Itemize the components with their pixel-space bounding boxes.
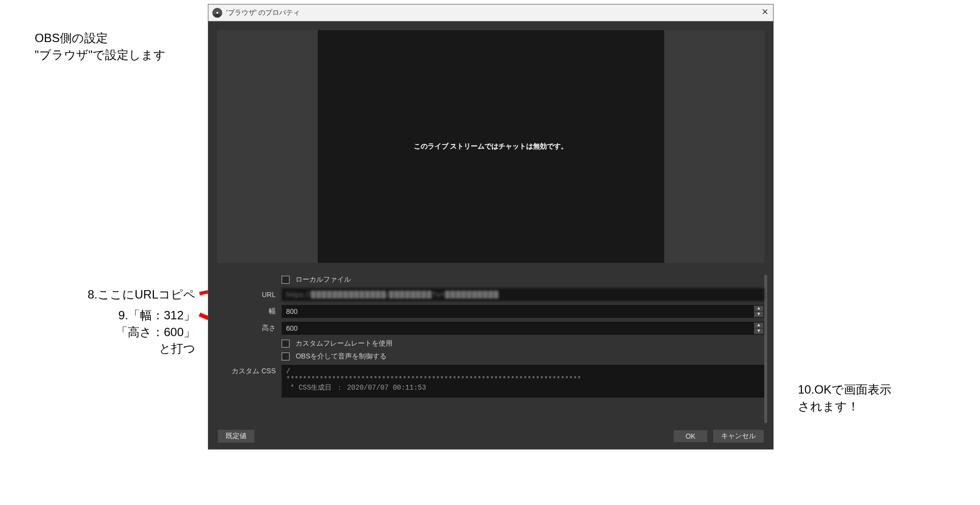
obs-properties-dialog: 'ブラウザ' のプロパティ × このライブ ストリームではチャットは無効です。 … — [208, 4, 774, 450]
dialog-title: 'ブラウザ' のプロパティ — [226, 8, 300, 17]
cancel-button[interactable]: キャンセル — [713, 429, 764, 443]
height-spin-up[interactable]: ▲ — [754, 322, 764, 328]
height-input[interactable] — [282, 322, 764, 335]
annotation-step9-line1: 9.「幅：312」 — [118, 308, 196, 322]
custom-css-textarea[interactable]: / **************************************… — [282, 365, 764, 398]
custom-fps-label: カスタムフレームレートを使用 — [295, 339, 392, 348]
obs-audio-checkbox[interactable] — [282, 353, 290, 360]
button-bar: 既定値 OK キャンセル — [217, 429, 764, 443]
height-spin-down[interactable]: ▼ — [754, 328, 764, 334]
custom-css-label: カスタム CSS — [217, 365, 282, 376]
width-spin-up[interactable]: ▲ — [754, 305, 764, 311]
annotation-title-line1: OBS側の設定 — [35, 31, 108, 45]
default-button[interactable]: 既定値 — [217, 429, 255, 443]
url-label: URL — [217, 291, 282, 299]
width-input[interactable] — [282, 305, 764, 318]
obs-audio-label: OBSを介して音声を制御する — [295, 352, 387, 361]
width-spin-down[interactable]: ▼ — [754, 311, 764, 317]
titlebar[interactable]: 'ブラウザ' のプロパティ × — [208, 4, 773, 21]
annotation-step10: 10.OKで画面表示 されます！ — [798, 381, 891, 414]
preview-message: このライブ ストリームではチャットは無効です。 — [414, 142, 568, 151]
custom-fps-checkbox[interactable] — [282, 340, 290, 348]
annotation-title-line2: "ブラウザ"で設定します — [35, 48, 166, 61]
url-input[interactable] — [282, 288, 764, 301]
height-label: 高さ — [217, 324, 282, 333]
obs-logo-icon — [212, 8, 222, 18]
annotation-step8: 8.ここにURLコピペ — [88, 286, 196, 303]
scrollbar[interactable] — [764, 275, 767, 423]
preview-inner: このライブ ストリームではチャットは無効です。 — [318, 30, 664, 263]
local-file-checkbox[interactable] — [282, 276, 290, 284]
width-label: 幅 — [217, 307, 282, 316]
annotation-step9: 9.「幅：312」 「高さ：600」 と打つ — [116, 307, 196, 357]
form-area: ローカルファイル URL 幅 ▲ ▼ — [217, 275, 764, 398]
annotation-title: OBS側の設定 "ブラウザ"で設定します — [35, 30, 166, 63]
annotation-step10-line1: 10.OKで画面表示 — [798, 383, 891, 396]
preview-pane: このライブ ストリームではチャットは無効です。 — [217, 30, 764, 263]
ok-button[interactable]: OK — [673, 430, 708, 443]
dialog-body: このライブ ストリームではチャットは無効です。 ローカルファイル URL — [208, 21, 773, 449]
local-file-label: ローカルファイル — [295, 275, 351, 284]
annotation-step9-line2: 「高さ：600」 — [116, 325, 196, 339]
annotation-step10-line2: されます！ — [798, 400, 859, 413]
annotation-step9-line3: と打つ — [159, 342, 196, 355]
close-icon[interactable]: × — [762, 6, 768, 17]
